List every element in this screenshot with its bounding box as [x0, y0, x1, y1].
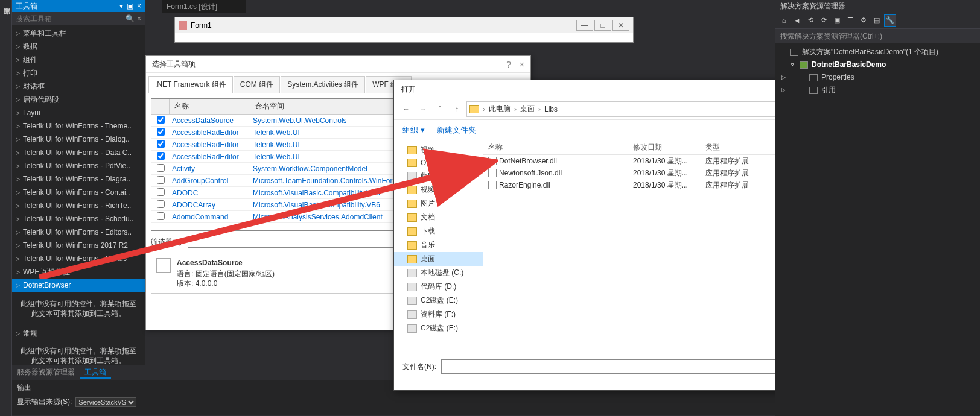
toolbox-item[interactable]: Telerik UI for WinForms - RichTe.. [12, 199, 145, 212]
filename-input[interactable]: ˅ [441, 359, 816, 374]
component-checkbox[interactable] [157, 116, 165, 124]
close-icon[interactable]: × [520, 60, 524, 69]
tree-item[interactable]: 视频 [394, 183, 483, 197]
toolbox-general[interactable]: 常规 [12, 327, 145, 340]
dialog-tab[interactable]: .NET Framework 组件 [148, 76, 233, 93]
solexp-search[interactable]: 搜索解决方案资源管理器(Ctrl+;) [775, 29, 980, 43]
component-checkbox[interactable] [157, 140, 165, 148]
toolbox-item[interactable]: Telerik UI for WinForms - Schedu.. [12, 212, 145, 225]
pin-icon[interactable]: ▣ [127, 2, 133, 10]
tree-item[interactable]: 文档 [394, 210, 483, 224]
folder-tree[interactable]: 视频OneDrive此电脑视频图片文档下载音乐桌面本地磁盘 (C:)代码库 (D… [394, 140, 483, 353]
tree-item[interactable]: C2磁盘 (E:) [394, 321, 483, 335]
toolbox-item[interactable]: Telerik UI for WinForms - PdfVie.. [12, 159, 145, 172]
maximize-button[interactable]: □ [594, 20, 611, 31]
form1-designer[interactable]: Form1 — □ ✕ [174, 17, 634, 43]
tree-item[interactable]: 音乐 [394, 238, 483, 252]
component-checkbox[interactable] [157, 164, 165, 172]
toolbox-item[interactable]: Telerik UI for WinForms - Dialog.. [12, 133, 145, 146]
minimize-button[interactable]: — [576, 20, 593, 31]
tab-server-explorer[interactable]: 服务器资源管理器 [12, 365, 80, 379]
col-type[interactable]: 类型 [701, 142, 761, 153]
toolbox-item[interactable]: Telerik UI for WinForms 2017 R2 [12, 239, 145, 252]
help-icon[interactable]: ? [506, 60, 511, 69]
properties-node[interactable]: ▷Properties [775, 71, 980, 84]
toolbox-item[interactable]: Telerik UI for WinForms - Theme.. [12, 119, 145, 133]
toolbox-search-input[interactable] [16, 14, 106, 23]
toolbox-item[interactable]: Telerik UI for WinForms - Editors.. [12, 225, 145, 239]
dropdown-icon[interactable]: ▾ [119, 2, 123, 10]
component-checkbox[interactable] [157, 212, 165, 220]
tree-item[interactable]: 下载 [394, 224, 483, 238]
back-icon[interactable]: ◄ [791, 14, 803, 27]
solution-tree[interactable]: 解决方案"DotnetBarBasicDemo"(1 个项目) ▿DotnetB… [775, 43, 980, 99]
dialog-tab[interactable]: COM 组件 [234, 76, 280, 93]
solution-node[interactable]: 解决方案"DotnetBarBasicDemo"(1 个项目) [775, 46, 980, 58]
organize-button[interactable]: 组织 ▾ [402, 125, 425, 136]
tree-item[interactable]: C2磁盘 (E:) [394, 294, 483, 307]
col-name[interactable]: 名称 [483, 142, 628, 153]
tree-item[interactable]: 桌面 [394, 252, 483, 266]
component-checkbox[interactable] [157, 128, 165, 136]
col-date[interactable]: 修改日期 [628, 142, 701, 153]
sync-icon[interactable]: ⟲ [804, 14, 816, 27]
tree-item[interactable]: 图片 [394, 197, 483, 210]
toolbox-item[interactable]: Telerik UI for WinForms - Menus [12, 252, 145, 265]
collapse-icon[interactable]: ▣ [831, 14, 843, 27]
component-checkbox[interactable] [157, 176, 165, 184]
preview-icon[interactable]: ▤ [871, 14, 883, 27]
vertical-tab-strip[interactable]: 数据库 [0, 0, 12, 416]
toolbox-item[interactable]: 对话框 [12, 80, 145, 93]
toolbox-item[interactable]: 打印 [12, 66, 145, 80]
home-icon[interactable]: ⌂ [778, 14, 790, 27]
crumb-pc[interactable]: 此电脑 [489, 104, 511, 114]
detail-language: 语言: 固定语言(固定国家/地区) [177, 269, 275, 279]
crumb-desktop[interactable]: 桌面 [520, 104, 535, 114]
nav-up-button[interactable]: ↑ [450, 102, 464, 116]
show-all-icon[interactable]: ☰ [844, 14, 856, 27]
tree-item[interactable]: OneDrive [394, 157, 483, 169]
references-node[interactable]: ▷引用 [775, 84, 980, 96]
toolbox-item[interactable]: DotnetBrowser [12, 279, 145, 292]
col-checkbox[interactable] [151, 99, 170, 114]
component-checkbox[interactable] [157, 188, 165, 196]
close-button[interactable]: ✕ [612, 20, 629, 31]
wrench-icon[interactable]: 🔧 [884, 14, 896, 27]
properties-icon[interactable]: ⚙ [858, 14, 870, 27]
toolbox-item[interactable]: 组件 [12, 53, 145, 66]
tree-item[interactable]: 本地磁盘 (C:) [394, 266, 483, 280]
toolbox-item[interactable]: 数据 [12, 40, 145, 53]
toolbox-header[interactable]: 工具箱 ▾ ▣ × [12, 0, 145, 12]
toolbox-item[interactable]: WPF 互操作性 [12, 265, 145, 279]
tree-item[interactable]: 视频 [394, 143, 483, 157]
col-name[interactable]: 名称 [170, 99, 250, 114]
toolbox-item[interactable]: Telerik UI for WinForms - Diagra.. [12, 172, 145, 186]
dialog-tab[interactable]: System.Activities 组件 [281, 76, 365, 93]
component-checkbox[interactable] [157, 152, 165, 160]
toolbox-search[interactable]: 🔍 × [12, 12, 145, 25]
document-tab[interactable]: Form1.cs [设计] [162, 0, 246, 13]
address-bar[interactable]: › 此电脑› 桌面› Libs ˅ [466, 101, 796, 117]
tree-item[interactable]: 代码库 (D:) [394, 280, 483, 294]
toolbox-item[interactable]: 启动代码段 [12, 93, 145, 106]
close-icon[interactable]: × [137, 2, 141, 10]
output-source-select[interactable]: ServiceStackVS [75, 397, 136, 407]
nav-forward-button[interactable]: → [416, 102, 430, 116]
nav-history-dropdown[interactable]: ˅ [433, 102, 447, 116]
refresh-icon[interactable]: ⟳ [818, 14, 830, 27]
solexp-header[interactable]: 解决方案资源管理器 [775, 0, 980, 12]
tree-item[interactable]: 资料库 (F:) [394, 307, 483, 321]
toolbox-item[interactable]: Telerik UI for WinForms - Data C.. [12, 146, 145, 159]
project-node[interactable]: ▿DotnetBarBasicDemo [775, 58, 980, 71]
toolbox-item[interactable]: Telerik UI for WinForms - Contai.. [12, 186, 145, 199]
crumb-libs[interactable]: Libs [544, 105, 558, 113]
nav-back-button[interactable]: ← [399, 102, 413, 116]
tab-toolbox[interactable]: 工具箱 [80, 365, 111, 379]
component-checkbox[interactable] [157, 200, 165, 208]
tree-item[interactable]: 此电脑 [394, 169, 483, 183]
clear-icon[interactable]: × [137, 14, 141, 23]
search-icon[interactable]: 🔍 [126, 14, 135, 23]
toolbox-item[interactable]: Layui [12, 106, 145, 119]
new-folder-button[interactable]: 新建文件夹 [437, 125, 476, 136]
toolbox-item[interactable]: 菜单和工具栏 [12, 27, 145, 40]
